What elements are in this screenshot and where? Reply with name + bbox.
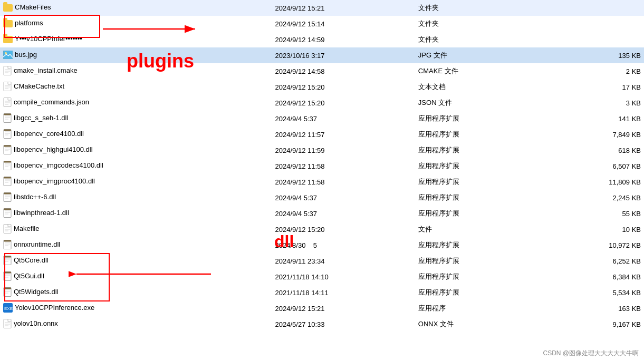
dll-icon: [3, 271, 12, 281]
file-size-cell: [558, 16, 644, 32]
folder-icon: [3, 20, 13, 27]
file-date-cell: 2024/9/12 11:58: [272, 174, 415, 190]
file-date-cell: 2024/9/4 5:37: [272, 190, 415, 206]
table-row[interactable]: CMakeCache.txt 2024/9/12 15:20 文本文档 17 K…: [0, 79, 644, 95]
svg-rect-18: [4, 113, 11, 115]
file-size-cell: 9,167 KB: [558, 316, 644, 332]
file-type-cell: 应用程序扩展: [415, 111, 558, 127]
file-name-label: libstdc++-6.dll: [14, 193, 56, 201]
file-type-cell: 应用程序扩展: [415, 190, 558, 206]
file-size-cell: 5,534 KB: [558, 285, 644, 300]
file-type-cell: 应用程序扩展: [415, 174, 558, 190]
file-name-label: Makefile: [14, 225, 39, 232]
table-row[interactable]: Qt5Widgets.dll 2021/11/18 14:11 应用程序扩展 5…: [0, 285, 644, 300]
file-name-cell: libopencv_imgproc4100.dll: [0, 174, 272, 190]
file-name-label: Qt5Gui.dll: [14, 272, 44, 280]
file-name-label: yolov10n.onnx: [14, 319, 58, 327]
table-row[interactable]: libgcc_s_seh-1.dll 2024/9/4 5:37 应用程序扩展 …: [0, 111, 644, 127]
file-size-cell: 17 KB: [558, 79, 644, 95]
table-row[interactable]: bus.jpg 2023/10/16 3:17 JPG 文件 135 KB: [0, 47, 644, 63]
table-row[interactable]: cmake_install.cmake 2024/9/12 14:58 CMAK…: [0, 63, 644, 79]
file-name-cell: Qt5Gui.dll: [0, 269, 272, 285]
file-date-cell: 2024/9/12 15:14: [272, 16, 415, 32]
file-name-cell: libopencv_highgui4100.dll: [0, 142, 272, 158]
file-size-cell: 10 KB: [558, 221, 644, 237]
file-name-cell: libopencv_imgcodecs4100.dll: [0, 158, 272, 174]
table-row[interactable]: libwinpthread-1.dll 2024/9/4 5:37 应用程序扩展…: [0, 206, 644, 221]
table-row[interactable]: libopencv_highgui4100.dll 2024/9/12 11:5…: [0, 142, 644, 158]
file-type-cell: JSON 文件: [415, 95, 558, 111]
file-size-cell: 135 KB: [558, 47, 644, 63]
file-size-cell: 2 KB: [558, 63, 644, 79]
svg-rect-67: [4, 271, 11, 273]
table-row[interactable]: Makefile 2024/9/12 15:20 文件 10 KB: [0, 221, 644, 237]
file-name-cell: onnxruntime.dll: [0, 237, 272, 253]
doc-icon: [3, 66, 12, 75]
file-type-cell: 应用程序扩展: [415, 269, 558, 285]
dll-icon: [3, 145, 12, 154]
file-size-cell: 11,809 KB: [558, 174, 644, 190]
svg-point-1: [5, 52, 7, 54]
file-type-cell: 应用程序扩展: [415, 206, 558, 221]
dll-icon: [3, 161, 12, 170]
table-row[interactable]: onnxruntime.dll 2024/8/30 5 应用程序扩展 10,97…: [0, 237, 644, 253]
file-type-cell: 应用程序扩展: [415, 237, 558, 253]
file-type-cell: 文件夹: [415, 32, 558, 47]
table-row[interactable]: libopencv_core4100.dll 2024/9/12 11:57 应…: [0, 127, 644, 142]
file-size-cell: 6,384 KB: [558, 269, 644, 285]
file-date-cell: 2024/9/12 11:57: [272, 127, 415, 142]
file-date-cell: 2024/9/12 14:59: [272, 32, 415, 47]
file-name-label: CMakeCache.txt: [14, 82, 64, 90]
doc-icon: [3, 82, 12, 91]
dll-icon: [3, 192, 12, 202]
svg-rect-43: [4, 192, 11, 194]
file-size-cell: 10,972 KB: [558, 237, 644, 253]
file-date-cell: 2024/9/12 15:20: [272, 95, 415, 111]
dll-icon: [3, 256, 12, 265]
table-row[interactable]: yolov10n.onnx 2024/5/27 10:33 ONNX 文件 9,…: [0, 316, 644, 332]
dll-icon: [3, 287, 12, 297]
table-row[interactable]: libopencv_imgproc4100.dll 2024/9/12 11:5…: [0, 174, 644, 190]
table-row[interactable]: Y•••v10CPPInfer••••••• 2024/9/12 14:59 文…: [0, 32, 644, 47]
svg-rect-28: [4, 145, 11, 147]
file-size-cell: [558, 32, 644, 47]
table-row[interactable]: CMakeFiles 2024/9/12 15:21 文件夹: [0, 0, 644, 16]
file-date-cell: 2021/11/18 14:11: [272, 285, 415, 300]
file-name-label: libopencv_imgproc4100.dll: [14, 177, 95, 185]
file-name-cell: Qt5Core.dll: [0, 253, 272, 269]
file-name-label: bus.jpg: [15, 51, 37, 59]
svg-rect-49: [4, 224, 11, 233]
file-type-cell: 应用程序扩展: [415, 127, 558, 142]
file-type-cell: 应用程序扩展: [415, 158, 558, 174]
table-row[interactable]: libopencv_imgcodecs4100.dll 2024/9/12 11…: [0, 158, 644, 174]
file-name-label: libwinpthread-1.dll: [14, 209, 69, 217]
exe-icon: EXE: [3, 303, 13, 313]
svg-rect-23: [4, 129, 11, 131]
table-row[interactable]: platforms 2024/9/12 15:14 文件夹: [0, 16, 644, 32]
table-row[interactable]: Qt5Gui.dll 2021/11/18 14:10 应用程序扩展 6,384…: [0, 269, 644, 285]
file-type-cell: ONNX 文件: [415, 316, 558, 332]
table-row[interactable]: libstdc++-6.dll 2024/9/4 5:37 应用程序扩展 2,2…: [0, 190, 644, 206]
table-row[interactable]: EXE Yolov10CPPInference.exe 2024/9/12 15…: [0, 300, 644, 316]
file-date-cell: 2024/9/4 5:37: [272, 111, 415, 127]
svg-rect-6: [4, 82, 11, 91]
dll-icon: [3, 113, 12, 123]
file-name-cell: CMakeCache.txt: [0, 79, 272, 95]
file-date-cell: 2024/9/12 11:59: [272, 142, 415, 158]
dll-icon: [3, 240, 12, 249]
svg-rect-57: [4, 240, 11, 241]
file-name-label: libopencv_core4100.dll: [14, 130, 84, 138]
file-date-cell: 2024/9/12 14:58: [272, 63, 415, 79]
svg-rect-2: [4, 66, 11, 75]
dll-icon: [3, 208, 12, 218]
file-type-cell: CMAKE 文件: [415, 63, 558, 79]
table-row[interactable]: compile_commands.json 2024/9/12 15:20 JS…: [0, 95, 644, 111]
file-name-cell: Makefile: [0, 221, 272, 237]
svg-rect-75: [4, 319, 11, 328]
file-name-cell: bus.jpg: [0, 47, 272, 63]
doc-icon: [3, 319, 12, 328]
file-type-cell: 应用程序扩展: [415, 142, 558, 158]
table-row[interactable]: Qt5Core.dll 2024/9/11 23:34 应用程序扩展 6,252…: [0, 253, 644, 269]
file-name-label: compile_commands.json: [14, 98, 89, 106]
file-type-cell: JPG 文件: [415, 47, 558, 63]
